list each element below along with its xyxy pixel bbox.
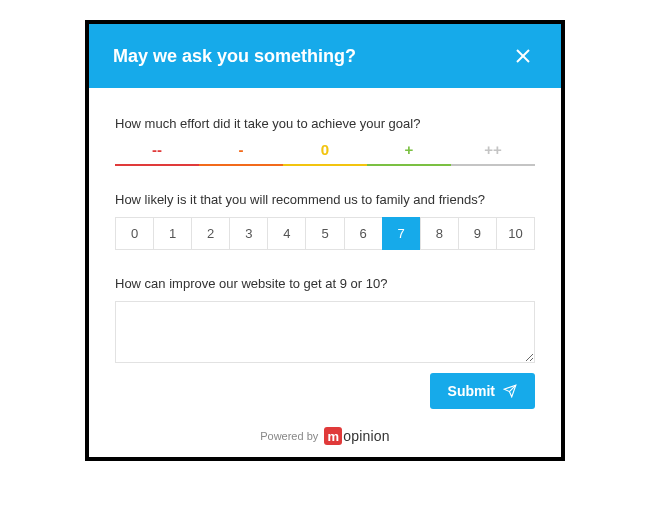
effort-option-label: - — [239, 141, 244, 158]
nps-option[interactable]: 0 — [115, 217, 154, 250]
nps-option[interactable]: 8 — [420, 217, 459, 250]
effort-option-label: + — [405, 141, 414, 158]
nps-option[interactable]: 5 — [305, 217, 344, 250]
effort-option[interactable]: -- — [115, 141, 199, 166]
effort-label: How much effort did it take you to achie… — [115, 116, 535, 131]
freeform-input[interactable] — [115, 301, 535, 363]
feedback-modal: May we ask you something? How much effor… — [85, 20, 565, 461]
question-freeform: How can improve our website to get at 9 … — [115, 276, 535, 367]
powered-by: Powered by m opinion — [89, 423, 561, 457]
brand-logo-text: opinion — [343, 428, 390, 444]
effort-option[interactable]: 0 — [283, 141, 367, 166]
submit-label: Submit — [448, 383, 495, 399]
question-nps: How likely is it that you will recommend… — [115, 192, 535, 250]
paper-plane-icon — [503, 384, 517, 398]
powered-by-text: Powered by — [260, 430, 318, 442]
submit-button[interactable]: Submit — [430, 373, 535, 409]
nps-option[interactable]: 9 — [458, 217, 497, 250]
freeform-label: How can improve our website to get at 9 … — [115, 276, 535, 291]
brand-logo[interactable]: m opinion — [324, 427, 390, 445]
nps-option[interactable]: 6 — [344, 217, 383, 250]
modal-body: How much effort did it take you to achie… — [89, 88, 561, 373]
close-button[interactable] — [509, 42, 537, 70]
nps-option[interactable]: 7 — [382, 217, 421, 250]
effort-option[interactable]: ++ — [451, 141, 535, 166]
modal-header: May we ask you something? — [89, 24, 561, 88]
effort-option-label: ++ — [484, 141, 502, 158]
effort-option[interactable]: - — [199, 141, 283, 166]
nps-scale: 012345678910 — [115, 217, 535, 250]
effort-option-label: -- — [152, 141, 162, 158]
nps-option[interactable]: 2 — [191, 217, 230, 250]
modal-footer: Submit — [89, 373, 561, 423]
brand-logo-m: m — [324, 427, 342, 445]
effort-option-label: 0 — [321, 141, 329, 158]
nps-option[interactable]: 1 — [153, 217, 192, 250]
effort-option[interactable]: + — [367, 141, 451, 166]
nps-option[interactable]: 10 — [496, 217, 535, 250]
nps-option[interactable]: 4 — [267, 217, 306, 250]
nps-option[interactable]: 3 — [229, 217, 268, 250]
effort-scale: ---0+++ — [115, 141, 535, 166]
nps-label: How likely is it that you will recommend… — [115, 192, 535, 207]
close-icon — [515, 48, 531, 64]
question-effort: How much effort did it take you to achie… — [115, 116, 535, 166]
modal-title: May we ask you something? — [113, 46, 356, 67]
